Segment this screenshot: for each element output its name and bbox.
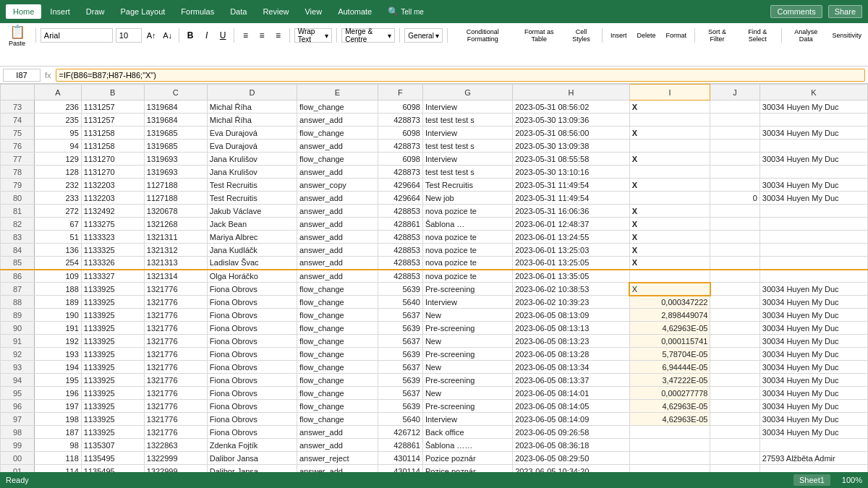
table-cell[interactable]: Pre-screening — [422, 374, 512, 387]
cell-reference-input[interactable] — [3, 69, 41, 82]
table-cell[interactable]: Jana Krulišov — [207, 166, 297, 179]
row-number-cell[interactable]: 77 — [1, 153, 35, 166]
table-cell[interactable] — [710, 153, 760, 166]
table-cell[interactable]: 1321314 — [144, 270, 207, 283]
table-cell[interactable]: 1319693 — [144, 153, 207, 166]
italic-button[interactable]: I — [200, 27, 213, 43]
table-cell[interactable]: Interview — [422, 153, 512, 166]
col-header-c[interactable]: C — [144, 85, 207, 100]
table-cell[interactable]: 195 — [35, 374, 82, 387]
col-header-h[interactable]: H — [513, 85, 630, 100]
table-cell[interactable]: 2023-05-31 08:55:58 — [513, 153, 630, 166]
table-cell[interactable]: 30034 Huyen My Duc — [760, 361, 867, 374]
font-size-input[interactable] — [116, 28, 142, 43]
table-cell[interactable] — [710, 283, 760, 296]
table-cell[interactable]: 197 — [35, 400, 82, 413]
table-cell[interactable]: 2023-06-05 08:13:13 — [513, 322, 630, 335]
table-cell[interactable]: X — [629, 100, 710, 114]
table-cell[interactable]: 1133275 — [81, 218, 144, 231]
table-row[interactable]: 8610911333271321314Olga Horáčkoanswer_ad… — [1, 270, 868, 283]
table-cell[interactable]: X — [629, 205, 710, 218]
table-cell[interactable]: 5637 — [378, 309, 422, 322]
table-cell[interactable]: 429664 — [378, 192, 422, 205]
tab-page-layout[interactable]: Page Layout — [114, 4, 173, 19]
table-cell[interactable]: 128 — [35, 166, 82, 179]
table-cell[interactable]: 30034 Huyen My Duc — [760, 179, 867, 192]
table-cell[interactable]: X — [629, 231, 710, 244]
formula-input[interactable] — [56, 69, 865, 82]
table-cell[interactable]: 1319693 — [144, 166, 207, 179]
table-cell[interactable] — [710, 114, 760, 127]
table-cell[interactable]: 1131257 — [81, 114, 144, 127]
number-format-dropdown[interactable]: General ▾ — [404, 28, 443, 43]
table-cell[interactable]: 2023-05-30 13:09:36 — [513, 114, 630, 127]
table-cell[interactable]: 30034 Huyen My Duc — [760, 387, 867, 400]
table-cell[interactable]: 1133925 — [81, 426, 144, 439]
table-row[interactable]: 9019111339251321776Fiona Obrovsflow_chan… — [1, 322, 868, 335]
table-cell[interactable] — [760, 218, 867, 231]
col-header-f[interactable]: F — [378, 85, 422, 100]
table-cell[interactable]: 190 — [35, 309, 82, 322]
table-cell[interactable]: 1133925 — [81, 400, 144, 413]
table-cell[interactable]: 1133327 — [81, 270, 144, 283]
table-cell[interactable]: Fiona Obrovs — [207, 296, 297, 309]
table-cell[interactable]: 5,78704E-05 — [629, 348, 710, 361]
table-cell[interactable]: 1319684 — [144, 100, 207, 114]
table-cell[interactable]: 2023-06-05 08:36:18 — [513, 439, 630, 452]
table-cell[interactable] — [710, 387, 760, 400]
table-cell[interactable]: 2023-06-05 08:14:09 — [513, 413, 630, 426]
table-cell[interactable]: 1319685 — [144, 140, 207, 153]
table-cell[interactable]: New — [422, 335, 512, 348]
table-cell[interactable]: Eva Durajová — [207, 127, 297, 140]
table-cell[interactable]: 1131257 — [81, 100, 144, 114]
table-cell[interactable]: 430114 — [378, 452, 422, 465]
row-number-cell[interactable]: 99 — [1, 439, 35, 452]
table-cell[interactable] — [710, 270, 760, 283]
table-cell[interactable]: 2023-05-31 08:56:02 — [513, 100, 630, 114]
table-cell[interactable]: 191 — [35, 322, 82, 335]
table-cell[interactable]: 2023-06-05 08:13:23 — [513, 335, 630, 348]
table-cell[interactable]: 2023-06-02 10:39:23 — [513, 296, 630, 309]
table-row[interactable]: 8023311322031127188Test Recruitisanswer_… — [1, 192, 868, 205]
table-cell[interactable]: 1133326 — [81, 257, 144, 270]
table-cell[interactable]: 1321776 — [144, 400, 207, 413]
table-cell[interactable]: 1133925 — [81, 374, 144, 387]
table-cell[interactable] — [710, 374, 760, 387]
table-cell[interactable]: Dalibor Jansa — [207, 452, 297, 465]
table-cell[interactable]: 1321776 — [144, 348, 207, 361]
table-cell[interactable]: 428853 — [378, 244, 422, 257]
table-row[interactable]: 9619711339251321776Fiona Obrovsflow_chan… — [1, 400, 868, 413]
table-cell[interactable]: 2023-05-31 11:49:54 — [513, 179, 630, 192]
table-cell[interactable]: 129 — [35, 153, 82, 166]
table-cell[interactable]: 30034 Huyen My Duc — [760, 153, 867, 166]
merge-centre-button[interactable]: Merge & Centre ▾ — [341, 28, 395, 43]
col-header-b[interactable]: B — [81, 85, 144, 100]
table-cell[interactable] — [760, 244, 867, 257]
table-cell[interactable]: 2023-06-02 10:38:53 — [513, 283, 630, 296]
table-cell[interactable]: 1131258 — [81, 140, 144, 153]
table-cell[interactable]: 2023-06-01 12:48:37 — [513, 218, 630, 231]
table-cell[interactable]: 2023-05-31 16:06:36 — [513, 205, 630, 218]
table-cell[interactable]: Michal Říha — [207, 100, 297, 114]
table-cell[interactable]: 196 — [35, 387, 82, 400]
table-cell[interactable]: 27593 Alžběta Admir — [760, 452, 867, 465]
table-cell[interactable]: Pre-screening — [422, 322, 512, 335]
table-cell[interactable]: 30034 Huyen My Duc — [760, 322, 867, 335]
table-cell[interactable]: X — [629, 153, 710, 166]
table-cell[interactable]: Jakub Václave — [207, 205, 297, 218]
table-row[interactable]: 999811353071322863Zdenka Fojtíkanswer_ad… — [1, 439, 868, 452]
table-cell[interactable]: 5639 — [378, 322, 422, 335]
table-cell[interactable]: 2023-06-05 08:13:28 — [513, 348, 630, 361]
table-cell[interactable] — [710, 413, 760, 426]
table-cell[interactable]: X — [629, 218, 710, 231]
table-cell[interactable]: flow_change — [297, 127, 378, 140]
table-cell[interactable]: 1321776 — [144, 296, 207, 309]
table-cell[interactable]: 30034 Huyen My Duc — [760, 348, 867, 361]
table-cell[interactable]: 426712 — [378, 426, 422, 439]
row-number-cell[interactable]: 89 — [1, 309, 35, 322]
table-cell[interactable]: 1321776 — [144, 335, 207, 348]
table-cell[interactable] — [629, 426, 710, 439]
table-cell[interactable] — [710, 426, 760, 439]
table-cell[interactable] — [629, 270, 710, 283]
table-cell[interactable]: Test Recruitis — [207, 192, 297, 205]
